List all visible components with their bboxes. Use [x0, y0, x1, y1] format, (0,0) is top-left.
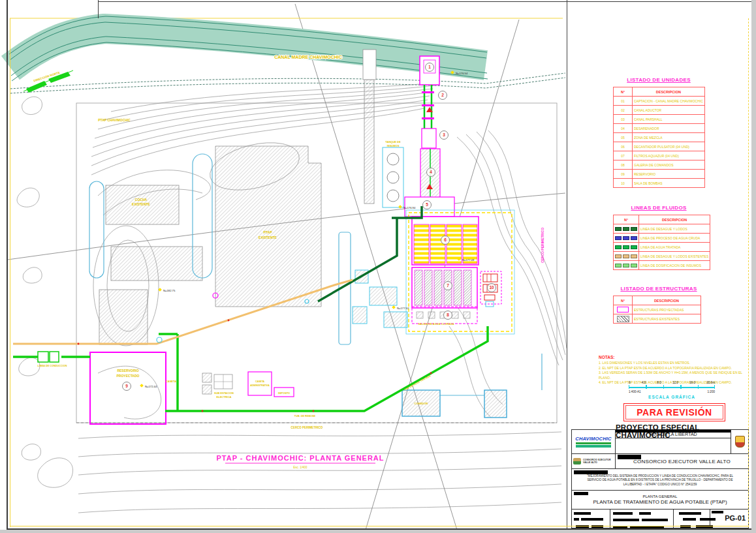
project-description: SERVICIO DE AGUA POTABLE EN 8 DISTRITOS …	[576, 478, 744, 482]
line-swatch	[615, 236, 637, 240]
sheet: CANAL MADRE CHAVIMOCHIC DIRECCION NORTE	[0, 0, 756, 533]
units-legend-table: N° DESCRIPCION 01CAPTACION - CANAL MADRE…	[613, 87, 705, 188]
table-row: ESTRUCTURAS PROYECTADAS	[614, 305, 701, 314]
sheet-code: PG-01	[725, 514, 746, 522]
svg-text:5: 5	[426, 202, 428, 207]
structures-legend-title: LISTADO DE ESTRUCTURAS	[606, 286, 711, 292]
margin-line-right	[748, 18, 749, 527]
svg-text:8: 8	[447, 312, 449, 317]
valle-alto-logo: CONSORCIO EJECUTORVALLE ALTO	[572, 454, 616, 468]
site-plan-drawing: CANAL MADRE CHAVIMOCHIC DIRECCION NORTE	[0, 0, 567, 530]
redacted-text	[574, 492, 588, 495]
margin-line-left	[10, 18, 10, 527]
consortium-label: CONSORCIO EJECUTOR VALLE ALTO	[633, 459, 731, 464]
table-row: 03CANAL PARSHALL	[614, 115, 705, 124]
svg-text:N=177.52: N=177.52	[397, 307, 409, 310]
plan-name-label: PLANTA DE TRATAMIENTO DE AGUA POTABLE (P…	[593, 499, 727, 505]
line-swatch	[615, 254, 637, 258]
cerco-label-v: CERCO PERIMETRICO	[541, 228, 544, 263]
svg-text:N=176.54: N=176.54	[456, 72, 468, 75]
table-row: LINEA DE DESAGUE Y LODOS EXISTENTES	[614, 252, 710, 261]
table-row: 07FILTROS AQUAZUR (04 UND)	[614, 151, 705, 160]
scale-caption: ESCALA GRÁFICA	[629, 395, 715, 399]
caseta-adm-label-1: CASETA	[255, 380, 265, 383]
svg-text:9: 9	[125, 384, 128, 388]
table-row: 09RESERVORIO	[614, 170, 705, 179]
table-row: LINEA DE DOSIFICACION DE INSUMOS	[614, 261, 710, 270]
svg-text:N=182.75: N=182.75	[163, 289, 176, 292]
svg-text:3: 3	[443, 132, 445, 137]
sheet-border-left	[7, 0, 8, 529]
table-row: 02CANAL ADUCTOR	[614, 106, 705, 115]
subestacion-label-2: ELECTRICA	[217, 395, 232, 399]
table-row: 01CAPTACION - CANAL MADRE CHAVIMOCHIC	[614, 97, 705, 106]
table-row: 10SALA DE BOMBAS	[614, 179, 705, 188]
chavimochic-logo: CHAVIMOCHIC	[572, 430, 616, 453]
redacted-text	[618, 455, 641, 459]
sheet-border-top	[98, 1, 751, 2]
svg-text:7: 7	[447, 283, 449, 288]
note-item: 2. EL NPT DE LA PTAP ESTA DE ACUERDO A L…	[599, 366, 748, 371]
svg-text:4: 4	[430, 170, 432, 174]
table-row: 08GALERIA DE COMANDOS	[614, 160, 705, 170]
table-row: 06DECANTADOR PULSATOR (04 UND)	[614, 142, 705, 151]
fluids-legend-table: N° DESCRIPCION LINEA DE DESAGUE Y LODOS …	[613, 215, 710, 270]
existing-structures	[99, 50, 376, 344]
comedor-label: COMEDOR	[415, 402, 428, 405]
notes-title: NOTAS:	[599, 355, 748, 359]
fluids-legend-title: LINEAS DE FLUIDOS	[606, 205, 711, 211]
reservorio-label-2: PROYECTADO	[117, 374, 140, 378]
deposito-label: DEPOSITO	[278, 392, 290, 395]
legend-panel: LISTADO DE UNIDADES N° DESCRIPCION 01CAP…	[567, 0, 752, 530]
svg-text:N=172.44: N=172.44	[145, 385, 157, 388]
chemical-tanks	[383, 147, 403, 207]
cocha-label-2: EXISTENTE	[132, 202, 150, 206]
table-row: 05ZONA DE MEZCLA	[614, 133, 705, 142]
title-block: CHAVIMOCHIC REGION LA LIBERTAD PROYECTO …	[571, 429, 749, 528]
reservorio-label-1: RESERVORIO	[117, 369, 138, 373]
line-swatch	[615, 264, 637, 267]
tub-tratada-label: TUB. DE AGUA TRATADA	[403, 374, 431, 391]
redacted-text	[574, 470, 608, 474]
project-title: PROYECTO ESPECIAL CHAVIMOCHIC	[616, 430, 731, 433]
svg-text:6: 6	[444, 237, 447, 242]
tanque-label-1: TANQUE DE	[385, 140, 401, 144]
cocha-label-1: COCHA	[135, 198, 148, 202]
table-row: 04DESARENADOR	[614, 124, 705, 133]
svg-text:N=177.48: N=177.48	[462, 258, 475, 262]
conduccion-label: LINEA DE CONDUCCION	[38, 365, 67, 367]
table-row: LINEA DE PROCESO DE AGUA CRUDA	[614, 234, 710, 243]
ptap-chavimochic-label: PTAP CHAVIMOCHIC	[98, 118, 131, 122]
fold-mark	[98, 0, 99, 18]
tub-rebose-label: TUB. DE REBOSE	[294, 415, 316, 418]
ptap-existente-label-2: EXISTENTE	[259, 236, 277, 239]
canal-madre: CANAL MADRE CHAVIMOCHIC	[9, 16, 565, 93]
subestacion-label-1: SUB ESTACION	[214, 391, 234, 395]
crest-logo	[731, 430, 748, 453]
page-edge	[0, 530, 756, 533]
plan-type-label: PLANTA GENERAL	[643, 495, 678, 498]
svg-text:2: 2	[441, 93, 444, 97]
svg-text:N=176.94: N=176.94	[403, 206, 416, 209]
caseta-label: CASETA	[166, 380, 176, 383]
graphic-scale: 04.0 8.012.0 16.020.0m 1:400-A11:200 ESC…	[629, 381, 715, 399]
note-item: 3. LAS VEREDAS SERAN DE 1.50M DE ANCHO Y…	[599, 371, 748, 380]
table-row: ESTRUCTURAS EXISTENTES	[614, 314, 701, 324]
project-description: LA LIBERTAD - I ETAPA" CODIGO UNICO N° 2…	[576, 483, 744, 487]
tanque-label-2: INSUMOS	[387, 144, 400, 147]
svg-text:10: 10	[489, 285, 494, 290]
caseta-adm-label-2: ADMINISTRATIVA	[250, 384, 270, 387]
structures-legend-table: N° DESCRIPCION ESTRUCTURAS PROYECTADAS E…	[613, 296, 701, 324]
svg-text:1: 1	[428, 65, 431, 69]
north-arrow-icon: DIRECCION NORTE	[24, 70, 73, 93]
line-swatch	[615, 245, 637, 249]
line-swatch	[615, 227, 637, 231]
note-item: 1. LAS DIMENSIONES Y LOS NIVELES ESTAN E…	[599, 361, 748, 366]
table-row: LINEA DE DESAGUE Y LODOS	[614, 224, 710, 234]
units-legend-title: LISTADO DE UNIDADES	[606, 77, 711, 83]
svg-text:Esc. 1/400: Esc. 1/400	[293, 466, 307, 469]
drawing-title: PTAP - CHAVIMOCHIC: PLANTA GENERAL Esc. …	[216, 454, 384, 469]
salida-clorada-label: SALIDA DE AGUA CLORADA	[418, 322, 454, 326]
projected-structure-swatch	[617, 307, 629, 312]
svg-text:PTAP - CHAVIMOCHIC: PLANTA: PTAP - CHAVIMOCHIC: PLANTA GENERAL	[216, 454, 384, 462]
